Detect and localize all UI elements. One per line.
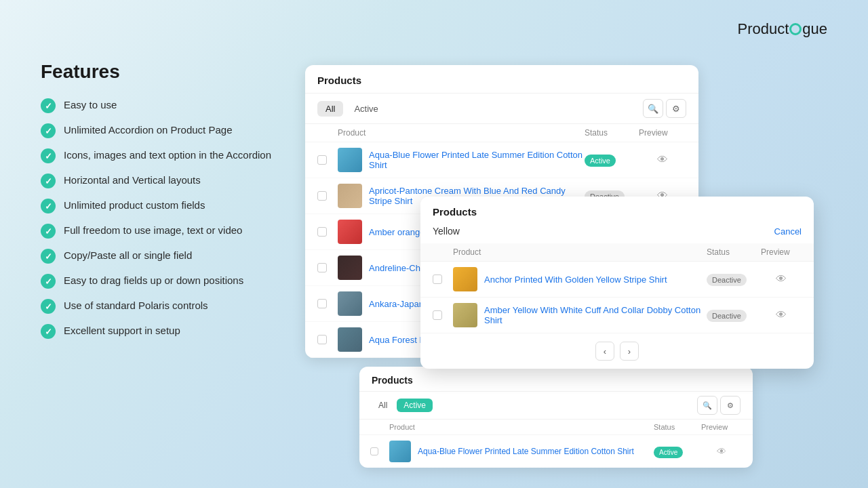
feature-text: Easy to use <box>64 98 117 112</box>
feature-text: Unlimited product custom fields <box>64 198 205 212</box>
row-checkbox[interactable] <box>370 447 378 455</box>
tab-active[interactable]: Active <box>346 101 386 117</box>
bottom-tab-active[interactable]: Active <box>397 399 433 412</box>
feature-item: Unlimited Accordion on Product Page <box>41 123 298 138</box>
check-icon <box>41 98 56 113</box>
cancel-button[interactable]: Cancel <box>774 226 802 237</box>
product-cell: Amber Yellow With White Cuff And Collar … <box>453 303 707 327</box>
check-icon <box>41 174 56 188</box>
bottom-search-button[interactable]: 🔍 <box>697 396 717 415</box>
bottom-products-panel: Products All Active 🔍 ⚙ Product Status P… <box>359 367 753 468</box>
logo-part1: Product <box>737 20 789 37</box>
row-checkbox[interactable] <box>433 310 442 320</box>
modal-title: Products <box>433 206 477 218</box>
logo-part2: gue <box>802 20 827 37</box>
search-button[interactable]: 🔍 <box>643 99 663 118</box>
modal-table-header: Product Status Preview <box>420 243 814 262</box>
prev-page-button[interactable]: ‹ <box>595 342 614 361</box>
product-cell: Aqua-Blue Flower Printed Late Summer Edi… <box>389 441 654 462</box>
table-row: Anchor Printed With Golden Yellow Stripe… <box>420 262 814 298</box>
feature-item: Full freedom to use image, text or video <box>41 223 298 239</box>
feature-item: Horizontal and Vertical layouts <box>41 173 298 188</box>
feature-item: Excellent support in setup <box>41 323 298 339</box>
status-badge: Deactive <box>707 274 747 286</box>
logo-icon <box>789 23 802 35</box>
row-checkbox[interactable] <box>433 274 442 284</box>
features-title: Features <box>41 61 298 83</box>
bottom-filter-button[interactable]: ⚙ <box>720 396 741 415</box>
logo: Productgue <box>737 20 827 38</box>
features-list: Easy to use Unlimited Accordion on Produ… <box>41 98 298 339</box>
check-icon <box>41 249 56 264</box>
check-icon <box>41 148 56 163</box>
next-page-button[interactable]: › <box>620 342 639 361</box>
product-thumbnail <box>338 327 362 352</box>
product-thumbnail <box>338 291 362 316</box>
feature-item: Easy to drag fields up or down positions <box>41 273 298 289</box>
modal-search-row: Yellow Cancel <box>420 223 814 243</box>
feature-text: Horizontal and Vertical layouts <box>64 173 201 187</box>
row-checkbox[interactable] <box>317 227 327 237</box>
product-cell: Anchor Printed With Golden Yellow Stripe… <box>453 267 707 291</box>
preview-icon[interactable]: 👁 <box>639 154 686 166</box>
product-link[interactable]: Amber Yellow With White Cuff And Collar … <box>484 305 707 325</box>
product-link[interactable]: Aqua-Blue Flower Printed Late Summer Edi… <box>418 447 634 456</box>
table-row: Aqua-Blue Flower Printed Late Summer Edi… <box>305 142 698 178</box>
bottom-panel-header: Products <box>359 367 753 392</box>
col-status: Status <box>654 423 701 431</box>
col-checkbox <box>317 128 338 138</box>
status-badge: Deactive <box>707 310 747 322</box>
feature-item: Use of standard Polaris controls <box>41 298 298 314</box>
col-preview: Preview <box>761 247 802 257</box>
row-checkbox[interactable] <box>317 335 327 344</box>
tab-actions: 🔍 ⚙ <box>643 99 686 118</box>
tab-all[interactable]: All <box>317 101 343 117</box>
row-checkbox[interactable] <box>317 299 327 308</box>
product-thumbnail <box>453 267 477 291</box>
feature-text: Full freedom to use image, text or video <box>64 223 242 237</box>
main-tab-bar: All Active 🔍 ⚙ <box>305 94 698 124</box>
check-icon <box>41 123 56 138</box>
product-thumbnail <box>338 220 362 244</box>
feature-text: Icons, images and text option in the Acc… <box>64 148 271 162</box>
feature-text: Unlimited Accordion on Product Page <box>64 123 232 137</box>
product-thumbnail <box>389 441 411 462</box>
col-status: Status <box>585 128 639 138</box>
check-icon <box>41 199 56 214</box>
preview-icon[interactable]: 👁 <box>701 446 742 457</box>
feature-text: Easy to drag fields up or down positions <box>64 273 243 287</box>
pagination: ‹ › <box>420 333 814 369</box>
row-checkbox[interactable] <box>317 191 327 201</box>
product-cell: Aqua-Blue Flower Printed Late Summer Edi… <box>338 148 585 172</box>
filter-button[interactable]: ⚙ <box>666 99 686 118</box>
col-checkbox <box>370 423 389 431</box>
product-link[interactable]: Aqua-Blue Flower Printed Late Summer Edi… <box>369 150 585 170</box>
bottom-tab-all[interactable]: All <box>372 399 394 412</box>
bottom-tab-bar: All Active 🔍 ⚙ <box>359 392 753 420</box>
table-row: Aqua-Blue Flower Printed Late Summer Edi… <box>359 435 753 468</box>
status-badge: Active <box>585 155 616 167</box>
modal-header: Products <box>420 197 814 223</box>
check-icon <box>41 299 56 314</box>
row-checkbox[interactable] <box>317 263 327 272</box>
feature-item: Copy/Paste all or single field <box>41 248 298 264</box>
check-icon <box>41 274 56 289</box>
bottom-table-header: Product Status Preview <box>359 420 753 435</box>
col-status: Status <box>707 247 761 257</box>
preview-icon[interactable]: 👁 <box>761 273 802 285</box>
preview-icon[interactable]: 👁 <box>761 309 802 321</box>
modal-products-panel: Products Yellow Cancel Product Status Pr… <box>420 197 814 369</box>
product-link[interactable]: Anchor Printed With Golden Yellow Stripe… <box>484 274 667 285</box>
col-product: Product <box>453 247 707 257</box>
main-table-header: Product Status Preview <box>305 124 698 142</box>
product-thumbnail <box>453 303 477 327</box>
feature-text: Excellent support in setup <box>64 323 180 338</box>
row-checkbox[interactable] <box>317 155 327 165</box>
features-section: Features Easy to use Unlimited Accordion… <box>41 61 298 348</box>
col-preview: Preview <box>701 423 742 431</box>
check-icon <box>41 224 56 239</box>
feature-text: Use of standard Polaris controls <box>64 298 208 312</box>
search-label: Yellow <box>433 226 460 237</box>
bottom-tabs: All Active <box>372 399 433 412</box>
main-tabs: All Active <box>317 101 387 117</box>
